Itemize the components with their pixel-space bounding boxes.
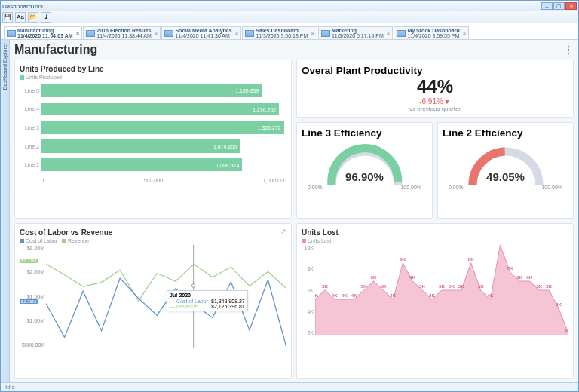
tab-close-icon[interactable]: × (311, 30, 314, 37)
dashboard-content: Manufacturing ⋮ Units Produced by Line U… (10, 40, 578, 382)
open-button[interactable]: 📂 (28, 12, 38, 23)
cluster-productivity: Overal Plant Productivity 44% -6.91%▼ vs… (296, 60, 574, 219)
tab-manufacturing[interactable]: Manufacturing11/4/2020 11:54:03 AM× (4, 26, 82, 39)
legend-label: Units Produced (26, 75, 62, 80)
titlebar: DashboardTool – ▢ ✕ (1, 1, 578, 11)
kpi-sub: vs previous quarter (302, 106, 568, 112)
tooltip-title: Jul-2020 (170, 292, 245, 298)
bar[interactable]: 1,074,855 (41, 139, 240, 152)
minimize-button[interactable]: – (541, 2, 553, 10)
tab-thumb-icon (7, 30, 16, 37)
bar-value: 1,088,974 (216, 162, 239, 167)
bar-label: Line 5 (20, 88, 39, 93)
tab-marketing[interactable]: Marketing11/3/2020 5:17:14 PM× (318, 26, 394, 39)
tab-thumb-icon (86, 30, 95, 37)
statusbar: Idle (1, 382, 578, 391)
legend-label: Units Lost (308, 238, 331, 243)
line-chart[interactable]: $2.50M$2.00M$1.50M$1.00M$500.00K $2.13M … (20, 245, 286, 351)
window-title: DashboardTool (2, 3, 43, 10)
save-icon: 💾 (4, 14, 11, 20)
svg-text:5K: 5K (546, 283, 553, 289)
card-title: Overal Plant Productivity (302, 65, 568, 76)
gauge-chart[interactable]: 96.90% (323, 143, 406, 185)
gauge-max: 100.00% (541, 185, 562, 190)
export-button[interactable]: ⤓ (41, 12, 51, 23)
tab-thumb-icon (245, 30, 254, 37)
svg-text:4K: 4K (332, 292, 339, 298)
svg-text:5K: 5K (380, 283, 387, 289)
bar-label: Line 3 (20, 125, 39, 130)
legend-b: Revenue (68, 238, 89, 243)
svg-text:4K: 4K (390, 292, 397, 298)
bar[interactable]: 1,189,839 (41, 84, 262, 97)
tab-close-icon[interactable]: × (235, 30, 239, 37)
area-chart[interactable]: 10K8K6K4K2K 4K5K4K4K4K5K6K5K4K8K6K5K4K5K… (302, 245, 568, 335)
card-units-lost: Units Lost Units Lost 10K8K6K4K2K 4K5K4K… (296, 223, 574, 379)
svg-text:4K: 4K (315, 292, 319, 298)
card-title: Units Lost (302, 228, 568, 237)
tab-my-stock-dashboard[interactable]: My Stock Dashboard11/4/2020 3:59:55 PM× (394, 26, 469, 39)
svg-text:4K: 4K (488, 292, 495, 298)
card-title: Units Produced by Line (20, 65, 286, 73)
toolbar: 💾 Aa 📂 ⤓ (1, 11, 578, 23)
card-units-produced: Units Produced by Line Units Produced Li… (14, 60, 292, 219)
badge-cost: $1.36M (20, 299, 38, 304)
font-button[interactable]: Aa (15, 12, 26, 23)
gauge-min: 0.00% (308, 185, 323, 190)
bar-label: Line 2 (20, 144, 39, 149)
svg-text:6K: 6K (526, 274, 533, 280)
svg-text:4K: 4K (351, 292, 358, 298)
svg-text:197: 197 (565, 327, 568, 332)
save-button[interactable]: 💾 (2, 12, 13, 23)
bar[interactable]: 1,088,974 (41, 158, 242, 171)
tab-close-icon[interactable]: × (387, 30, 391, 37)
kpi-value: 44% (302, 76, 568, 97)
gauge-min: 0.00% (449, 185, 464, 190)
bar[interactable]: 1,276,262 (41, 103, 279, 115)
svg-text:6K: 6K (516, 274, 523, 280)
svg-text:5K: 5K (419, 283, 426, 289)
tabstrip: Manufacturing11/4/2020 11:54:03 AM×2016 … (1, 23, 578, 40)
page-menu-icon[interactable]: ⋮ (564, 44, 574, 55)
svg-text:5K: 5K (536, 283, 543, 289)
tab-sales-dashboard[interactable]: Sales Dashboard11/3/2020 3:50:18 PM× (242, 26, 317, 39)
svg-text:5K: 5K (439, 283, 446, 289)
bar-label: Line 4 (20, 106, 39, 112)
tab-thumb-icon (321, 30, 330, 37)
bar-label: Line 1 (20, 162, 39, 167)
gauge-value: 49.05% (464, 170, 547, 183)
svg-text:4K: 4K (429, 292, 436, 298)
tab-thumb-icon (397, 30, 406, 37)
gauge-value: 96.90% (323, 170, 406, 183)
svg-text:5K: 5K (449, 283, 455, 289)
bar-value: 1,305,272 (258, 125, 281, 130)
card-line2-efficiency: Line 2 Efficiency 49.05% 0.00%100.00% (437, 122, 574, 219)
bar-value: 1,074,855 (213, 144, 237, 149)
tab-social-media-analytics[interactable]: Social Media Analytics11/4/2020 11:41:30… (161, 26, 241, 39)
tab-close-icon[interactable]: × (76, 30, 80, 37)
sidebar[interactable]: Dashboard Explorer (1, 40, 10, 382)
tab-2016-election-results[interactable]: 2016 Election Results11/4/2020 11:38:44 … (83, 26, 161, 39)
card-cost-vs-revenue: Cost of Labor vs Revenue ↗ Cost of Labor… (14, 223, 292, 379)
legend-a: Cost of Labor (26, 238, 57, 243)
expand-icon[interactable]: ↗ (280, 228, 286, 235)
kpi-delta: -6.91%▼ (302, 97, 568, 106)
svg-text:8K: 8K (400, 256, 406, 262)
bar-chart[interactable]: Line 51,189,839Line 41,276,262Line 31,30… (20, 81, 286, 183)
export-icon: ⤓ (44, 14, 49, 20)
svg-text:7K: 7K (507, 265, 513, 271)
bar[interactable]: 1,305,272 (41, 121, 284, 134)
svg-text:5K: 5K (361, 283, 368, 289)
svg-text:3K: 3K (556, 302, 562, 307)
svg-text:5K: 5K (478, 283, 485, 289)
tab-close-icon[interactable]: × (463, 30, 467, 37)
maximize-button[interactable]: ▢ (553, 2, 565, 10)
tab-thumb-icon (164, 30, 173, 37)
svg-text:6K: 6K (409, 274, 416, 280)
close-button[interactable]: ✕ (565, 2, 577, 10)
cursor-icon (191, 284, 195, 287)
svg-text:5K: 5K (322, 283, 329, 289)
tab-close-icon[interactable]: × (155, 30, 158, 37)
bar-value: 1,276,262 (253, 106, 276, 112)
gauge-chart[interactable]: 49.05% (464, 143, 547, 185)
